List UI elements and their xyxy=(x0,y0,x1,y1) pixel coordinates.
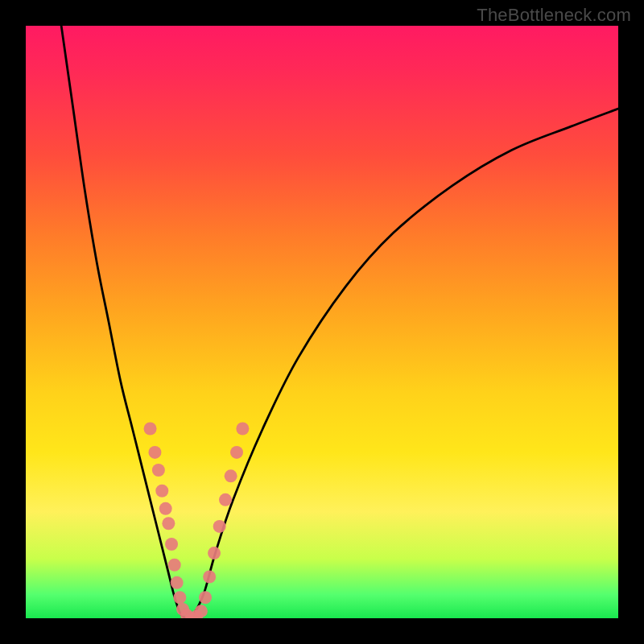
marker-dot xyxy=(236,422,249,435)
marker-dot xyxy=(230,446,243,459)
marker-dot xyxy=(155,485,168,497)
marker-dot xyxy=(203,570,216,583)
marker-dot xyxy=(165,538,178,551)
watermark-text: TheBottleneck.com xyxy=(477,5,631,26)
chart-frame: TheBottleneck.com xyxy=(0,0,644,644)
marker-dot xyxy=(159,502,172,515)
left-curve xyxy=(61,26,192,618)
marker-dot xyxy=(171,576,184,589)
marker-dot xyxy=(195,605,208,617)
chart-svg xyxy=(26,26,618,618)
right-curve xyxy=(192,109,618,618)
marker-dot xyxy=(144,422,157,435)
plot-area xyxy=(26,26,618,618)
marker-dot xyxy=(148,446,161,459)
marker-dot xyxy=(213,520,226,533)
marker-dot xyxy=(173,591,186,604)
marker-dot xyxy=(168,559,181,572)
marker-dot xyxy=(225,469,237,482)
marker-dot xyxy=(199,591,212,604)
marker-dot xyxy=(152,464,165,477)
marker-group xyxy=(144,422,250,618)
marker-dot xyxy=(162,517,175,530)
marker-dot xyxy=(208,547,221,559)
marker-dot xyxy=(219,493,232,506)
